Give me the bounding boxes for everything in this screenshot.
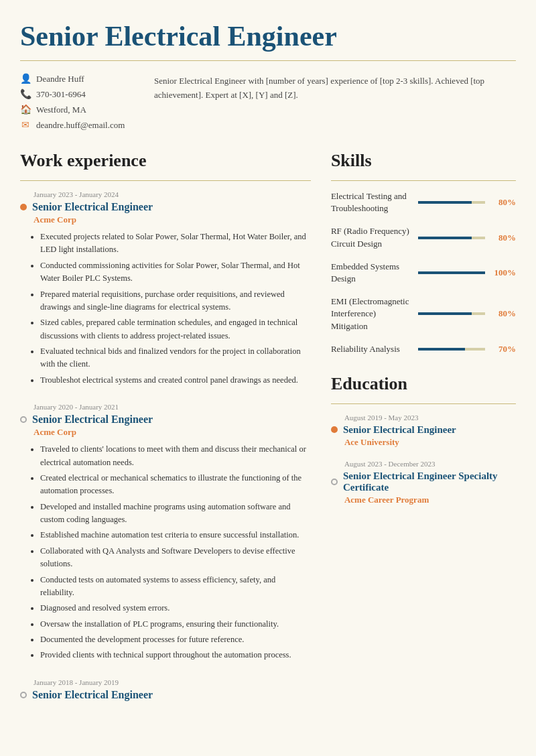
list-item: Oversaw the installation of PLC programs…	[40, 618, 311, 631]
skill-name-1: Electrical Testing and Troubleshooting	[331, 190, 411, 214]
edu-school-2: Acme Career Program	[344, 495, 516, 505]
skill-row-5: Reliability Analysis 70%	[331, 343, 516, 355]
skill-name-4: EMI (Electromagnetic Interference) Mitig…	[331, 296, 411, 332]
list-item: Evaluated technical bids and finalized v…	[40, 345, 311, 371]
skill-bar-3	[418, 271, 485, 274]
skill-bar-1	[418, 201, 485, 204]
skill-fill-4	[418, 312, 472, 315]
list-item: Conducted tests on automated systems to …	[40, 574, 311, 600]
contact-location: 🏠 Westford, MA	[20, 104, 127, 115]
list-item: Developed and installed machine programs…	[40, 501, 311, 527]
main-content: Work experience January 2023 - January 2…	[20, 151, 516, 717]
job-title-1: Senior Electrical Engineer	[32, 201, 153, 213]
list-item: Created electrical or mechanical schemat…	[40, 472, 311, 498]
list-item: Documented the development processes for…	[40, 633, 311, 646]
job-entry-2: January 2020 - January 2021 Senior Elect…	[20, 403, 311, 662]
list-item: Troubleshot electrical systems and creat…	[40, 374, 311, 387]
education-title: Education	[331, 374, 516, 394]
phone-icon: 📞	[20, 88, 31, 100]
contact-phone: 📞 370-301-6964	[20, 88, 127, 100]
list-item: Collaborated with QA Analysts and Softwa…	[40, 545, 311, 571]
skill-row-3: Embedded Systems Design 100%	[331, 261, 516, 285]
skill-percent-5: 70%	[492, 344, 516, 355]
list-item: Prepared material requisitions, purchase…	[40, 288, 311, 314]
email-icon: ✉	[20, 119, 31, 131]
skills-divider	[331, 180, 516, 181]
skill-fill-1	[418, 201, 472, 204]
edu-entry-1: August 2019 - May 2023 Senior Electrical…	[331, 414, 516, 448]
edu-school-1: Ace University	[344, 437, 516, 448]
skill-item-4: EMI (Electromagnetic Interference) Mitig…	[331, 296, 516, 332]
list-item: Conducted commissioning activities for S…	[40, 259, 311, 286]
skill-percent-2: 80%	[492, 233, 516, 243]
contact-email: ✉ deandre.huff@email.com	[20, 119, 127, 131]
job-title-row-2: Senior Electrical Engineer	[20, 414, 311, 426]
job-entry-1: January 2023 - January 2024 Senior Elect…	[20, 190, 311, 387]
skill-item-3: Embedded Systems Design 100%	[331, 261, 516, 285]
job-title-row-1: Senior Electrical Engineer	[20, 201, 311, 213]
skill-row-1: Electrical Testing and Troubleshooting 8…	[331, 190, 516, 214]
skill-fill-5	[418, 348, 465, 351]
skill-percent-1: 80%	[492, 197, 516, 208]
job-company-2: Acme Corp	[34, 427, 311, 438]
page-title: Senior Electrical Engineer	[20, 20, 516, 52]
right-column: Skills Electrical Testing and Troublesho…	[331, 151, 516, 717]
edu-bullet-2	[331, 479, 338, 485]
location-icon: 🏠	[20, 104, 31, 115]
work-divider	[20, 180, 311, 181]
bullet-filled-1	[20, 204, 27, 210]
skill-percent-3: 100%	[492, 267, 516, 278]
skill-bar-4	[418, 312, 485, 315]
contact-section: 👤 Deandre Huff 📞 370-301-6964 🏠 Westford…	[20, 73, 516, 131]
edu-date-1: August 2019 - May 2023	[344, 414, 516, 422]
edu-bullet-1	[331, 426, 338, 433]
skill-name-5: Reliability Analysis	[331, 343, 411, 355]
contact-name: 👤 Deandre Huff	[20, 73, 127, 84]
skill-name-3: Embedded Systems Design	[331, 261, 411, 285]
job-company-1: Acme Corp	[34, 214, 311, 225]
person-icon: 👤	[20, 73, 31, 84]
skill-fill-2	[418, 237, 472, 239]
job-title-2: Senior Electrical Engineer	[32, 414, 153, 426]
bullet-outline-3	[20, 692, 27, 698]
skill-row-4: EMI (Electromagnetic Interference) Mitig…	[331, 296, 516, 332]
skill-name-2: RF (Radio Frequency) Circuit Design	[331, 225, 411, 249]
job-date-3: January 2018 - January 2019	[34, 678, 311, 686]
job-title-3: Senior Electrical Engineer	[32, 689, 153, 701]
skill-item-1: Electrical Testing and Troubleshooting 8…	[331, 190, 516, 214]
list-item: Provided clients with technical support …	[40, 649, 311, 662]
edu-entry-2: August 2023 - December 2023 Senior Elect…	[331, 460, 516, 505]
job-bullets-2: Traveled to clients' locations to meet w…	[40, 443, 311, 662]
bullet-outline-2	[20, 416, 27, 423]
work-experience-section: Work experience January 2023 - January 2…	[20, 151, 311, 717]
edu-title-1: Senior Electrical Engineer	[343, 424, 456, 436]
header-divider	[20, 60, 516, 61]
work-experience-title: Work experience	[20, 151, 311, 171]
edu-title-row-1: Senior Electrical Engineer	[331, 424, 516, 436]
job-bullets-1: Executed projects related to Solar Power…	[40, 231, 311, 387]
edu-date-2: August 2023 - December 2023	[344, 460, 516, 468]
skill-fill-3	[418, 271, 485, 274]
skill-bar-2	[418, 237, 485, 239]
job-date-1: January 2023 - January 2024	[34, 190, 311, 198]
job-entry-3: January 2018 - January 2019 Senior Elect…	[20, 678, 311, 701]
list-item: Diagnosed and resolved system errors.	[40, 602, 311, 615]
edu-title-2: Senior Electrical Engineer Specialty Cer…	[343, 470, 516, 493]
skill-row-2: RF (Radio Frequency) Circuit Design 80%	[331, 225, 516, 249]
list-item: Sized cables, prepared cable termination…	[40, 316, 311, 342]
skill-percent-4: 80%	[492, 308, 516, 319]
skill-bar-5	[418, 348, 485, 351]
list-item: Established machine automation test crit…	[40, 529, 311, 542]
skills-title: Skills	[331, 151, 516, 171]
skill-item-2: RF (Radio Frequency) Circuit Design 80%	[331, 225, 516, 249]
list-item: Executed projects related to Solar Power…	[40, 231, 311, 257]
edu-title-row-2: Senior Electrical Engineer Specialty Cer…	[331, 470, 516, 493]
list-item: Traveled to clients' locations to meet w…	[40, 443, 311, 469]
contact-info: 👤 Deandre Huff 📞 370-301-6964 🏠 Westford…	[20, 73, 127, 131]
job-title-row-3: Senior Electrical Engineer	[20, 689, 311, 701]
job-date-2: January 2020 - January 2021	[34, 403, 311, 411]
summary-text: Senior Electrical Engineer with [number …	[154, 73, 516, 103]
skill-item-5: Reliability Analysis 70%	[331, 343, 516, 355]
education-divider	[331, 403, 516, 404]
